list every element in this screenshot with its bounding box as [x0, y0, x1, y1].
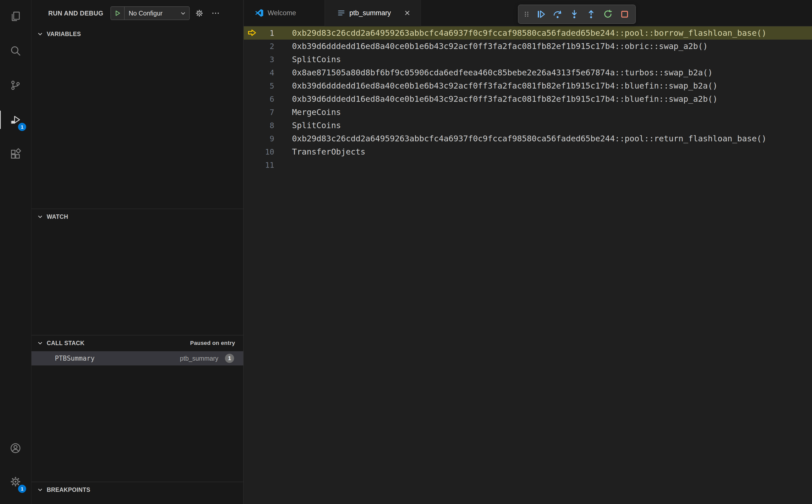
debug-stop-button[interactable]: [617, 7, 632, 22]
line-text[interactable]: SplitCoins: [274, 53, 341, 66]
activity-search[interactable]: [3, 39, 28, 63]
line-text[interactable]: 0xb39d6dddedd16ed8a40ce0b1e6b43c92acf0ff…: [274, 79, 718, 92]
line-gutter[interactable]: 7: [244, 106, 274, 119]
code-line[interactable]: 90xb29d83c26cdd2a64959263abbcfc4a6937f0c…: [244, 132, 812, 145]
line-gutter[interactable]: 3: [244, 53, 274, 66]
call-stack-title: CALL STACK: [47, 340, 85, 347]
watch-header[interactable]: WATCH: [31, 209, 243, 223]
chevron-down-icon: [37, 213, 44, 220]
breakpoints-title: BREAKPOINTS: [47, 486, 90, 493]
tab-ptb-summary[interactable]: ptb_summary: [325, 0, 421, 26]
debug-step-into-button[interactable]: [567, 7, 582, 22]
code-line[interactable]: 10xb29d83c26cdd2a64959263abbcfc4a6937f0c…: [244, 26, 812, 40]
search-icon: [9, 45, 22, 57]
file-list-icon: [337, 9, 345, 17]
line-text[interactable]: TransferObjects: [274, 145, 365, 158]
toolbar-gripper-icon[interactable]: [522, 7, 532, 22]
line-gutter[interactable]: 5: [244, 79, 274, 92]
account-icon: [9, 442, 22, 454]
settings-badge: 1: [18, 485, 26, 493]
line-text[interactable]: SplitCoins: [274, 119, 341, 132]
code-editor[interactable]: 10xb29d83c26cdd2a64959263abbcfc4a6937f0c…: [244, 26, 812, 504]
code-line[interactable]: 10TransferObjects: [244, 145, 812, 158]
debug-config-dropdown[interactable]: No Configur: [110, 6, 190, 20]
line-gutter[interactable]: 10: [244, 145, 274, 158]
step-into-icon: [570, 9, 579, 19]
line-gutter[interactable]: 11: [244, 158, 274, 172]
line-gutter[interactable]: 2: [244, 40, 274, 53]
line-number: 2: [270, 42, 274, 51]
code-line[interactable]: 8SplitCoins: [244, 119, 812, 132]
line-text[interactable]: 0x8ae871505a80d8bf6bf9c05906cda6edfeea46…: [274, 66, 713, 79]
start-debugging-button[interactable]: [111, 7, 125, 20]
close-tab-icon[interactable]: [402, 8, 413, 18]
code-line[interactable]: 3SplitCoins: [244, 53, 812, 66]
debug-step-over-button[interactable]: [550, 7, 565, 22]
line-gutter[interactable]: 1: [244, 26, 274, 40]
watch-body: [31, 223, 243, 335]
continue-icon: [536, 9, 546, 19]
line-text[interactable]: MergeCoins: [274, 106, 341, 119]
step-out-icon: [586, 9, 596, 19]
line-number: 6: [270, 95, 274, 104]
activity-extensions[interactable]: [3, 142, 28, 166]
line-text[interactable]: 0xb29d83c26cdd2a64959263abbcfc4a6937f0c9…: [274, 132, 767, 145]
restart-icon: [603, 9, 613, 19]
code-line[interactable]: 60xb39d6dddedd16ed8a40ce0b1e6b43c92acf0f…: [244, 92, 812, 106]
line-number: 10: [265, 147, 274, 156]
line-number: 4: [270, 68, 274, 77]
execution-pointer-icon: [248, 29, 256, 37]
stop-icon: [620, 9, 630, 19]
line-number: 8: [270, 121, 274, 130]
activity-accounts[interactable]: [3, 436, 28, 460]
line-text[interactable]: 0xb39d6dddedd16ed8a40ce0b1e6b43c92acf0ff…: [274, 92, 718, 106]
line-number: 3: [270, 55, 274, 64]
debug-gear-icon[interactable]: [193, 7, 206, 20]
line-gutter[interactable]: 6: [244, 92, 274, 106]
code-line[interactable]: 50xb39d6dddedd16ed8a40ce0b1e6b43c92acf0f…: [244, 79, 812, 92]
call-stack-header[interactable]: CALL STACK Paused on entry: [31, 335, 243, 350]
line-text[interactable]: 0xb29d83c26cdd2a64959263abbcfc4a6937f0c9…: [274, 26, 767, 40]
chevron-down-icon: [37, 30, 44, 38]
debug-step-out-button[interactable]: [584, 7, 599, 22]
debug-restart-button[interactable]: [600, 7, 616, 22]
play-icon: [114, 9, 121, 17]
activity-run-and-debug[interactable]: 1: [3, 108, 28, 132]
tab-bar: Welcome ptb_summary: [244, 0, 812, 26]
code-line[interactable]: 7MergeCoins: [244, 106, 812, 119]
debug-panel-toolbar: RUN AND DEBUG No Configur: [31, 0, 243, 26]
line-number: 5: [270, 81, 274, 90]
breakpoints-header[interactable]: BREAKPOINTS: [31, 482, 243, 496]
tab-label: ptb_summary: [349, 9, 391, 17]
frame-name: PTBSummary: [55, 355, 95, 362]
tab-label: Welcome: [268, 9, 296, 17]
variables-header[interactable]: VARIABLES: [31, 26, 243, 41]
code-line[interactable]: 11: [244, 158, 812, 172]
breakpoints-section: BREAKPOINTS: [31, 482, 243, 504]
line-text[interactable]: [274, 158, 292, 172]
paused-status: Paused on entry: [190, 340, 235, 346]
tab-welcome[interactable]: Welcome: [244, 0, 325, 26]
config-dropdown-value: No Configur: [125, 10, 179, 17]
call-stack-frame[interactable]: PTBSummaryptb_summary1: [31, 351, 243, 365]
frame-source: ptb_summary: [180, 355, 218, 362]
line-gutter[interactable]: 9: [244, 132, 274, 145]
line-number: 7: [270, 108, 274, 117]
vscode-logo-icon: [255, 9, 263, 17]
activity-source-control[interactable]: [3, 73, 28, 97]
activity-explorer[interactable]: [3, 4, 28, 28]
activity-settings[interactable]: 1: [3, 469, 28, 494]
debug-view-badge: 1: [18, 123, 26, 131]
more-actions-icon[interactable]: [209, 7, 222, 20]
line-number: 9: [270, 134, 274, 143]
line-gutter[interactable]: 8: [244, 119, 274, 132]
extensions-icon: [9, 148, 22, 160]
line-text[interactable]: 0xb39d6dddedd16ed8a40ce0b1e6b43c92acf0ff…: [274, 40, 708, 53]
watch-title: WATCH: [47, 213, 68, 220]
line-gutter[interactable]: 4: [244, 66, 274, 79]
panel-title: RUN AND DEBUG: [48, 10, 103, 17]
source-control-icon: [9, 79, 22, 91]
code-line[interactable]: 40x8ae871505a80d8bf6bf9c05906cda6edfeea4…: [244, 66, 812, 79]
code-line[interactable]: 20xb39d6dddedd16ed8a40ce0b1e6b43c92acf0f…: [244, 40, 812, 53]
debug-continue-button[interactable]: [533, 7, 549, 22]
